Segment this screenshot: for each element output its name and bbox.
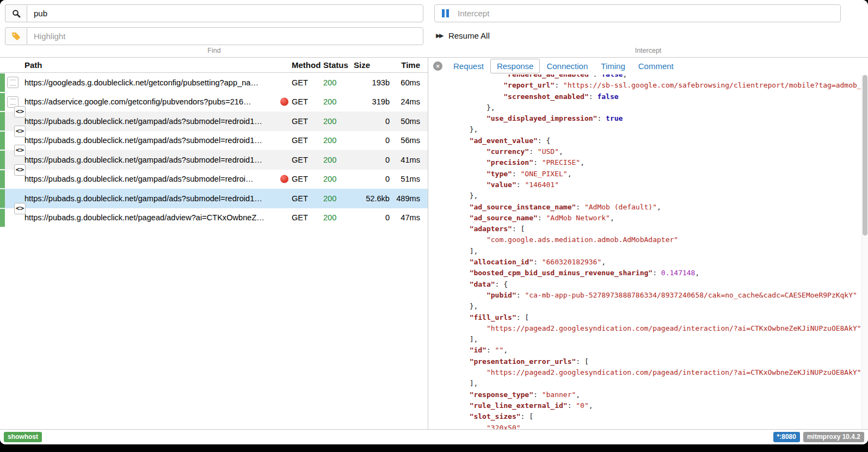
flow-size: 0 — [354, 136, 392, 145]
flow-method: GET — [292, 78, 323, 87]
json-line: "presentation_error_urls": [ — [435, 356, 861, 367]
column-header-method[interactable]: Method — [292, 60, 323, 70]
marked-flow-dot — [280, 98, 288, 106]
flow-marker-strip — [0, 170, 5, 189]
flow-marker-strip — [0, 189, 5, 208]
flow-marker-strip — [0, 151, 5, 169]
json-line: "rule_line_external_id": "0", — [435, 400, 861, 411]
tab-connection[interactable]: Connection — [540, 59, 594, 73]
flow-method: GET — [292, 213, 323, 222]
flow-row[interactable]: <>https://pubads.g.doubleclick.net/gampa… — [0, 150, 428, 170]
json-line: "pubid": "ca-mb-app-pub-5278973888786334… — [435, 290, 861, 301]
highlight-input[interactable] — [27, 27, 423, 45]
json-line: ], — [435, 334, 861, 345]
flow-size: 0 — [354, 213, 392, 222]
flow-size: 0 — [354, 117, 392, 126]
json-body: "rendered_ad_enabled": false, "report_ur… — [435, 75, 861, 429]
flow-size: 0 — [354, 175, 392, 183]
flow-marker-cell: <> — [0, 170, 23, 189]
flow-status: 200 — [323, 175, 354, 183]
flow-time: 41ms — [392, 156, 428, 164]
flow-method: GET — [292, 117, 323, 126]
flow-status: 200 — [323, 194, 354, 203]
json-line: "fill_urls": [ — [435, 312, 861, 323]
flow-row[interactable]: https://adservice.google.com/getconfig/p… — [0, 92, 428, 112]
json-line: "320x50" — [435, 423, 861, 430]
flow-status: 200 — [323, 213, 354, 222]
json-line: }, — [435, 301, 861, 312]
document-file-icon — [7, 77, 19, 88]
flow-size: 193b — [354, 78, 392, 87]
flow-size: 0 — [354, 156, 392, 164]
scrollbar[interactable] — [861, 75, 868, 429]
tab-comment[interactable]: Comment — [632, 59, 680, 73]
main-split: Path Method Status Size Time https://goo… — [0, 58, 868, 429]
flow-time: 489ms — [392, 194, 428, 203]
flow-status: 200 — [323, 78, 354, 87]
flow-row[interactable]: <>https://pubads.g.doubleclick.net/gampa… — [0, 131, 428, 151]
json-line: "id": "", — [435, 345, 861, 356]
code-file-icon: <> — [14, 145, 26, 156]
json-line: "com.google.ads.mediation.admob.AdMobAda… — [435, 234, 861, 245]
flow-method: GET — [292, 156, 323, 164]
flow-status: 200 — [323, 97, 354, 106]
flow-method: GET — [292, 194, 323, 203]
scrollbar-thumb[interactable] — [863, 75, 867, 236]
flow-path: https://pubads.g.doubleclick.net/gampad/… — [23, 175, 292, 183]
code-file-icon: <> — [14, 126, 26, 137]
json-line: "report_url": "https://sb-ssl.google.com… — [435, 80, 861, 91]
close-icon[interactable]: ✕ — [433, 61, 442, 71]
flow-time: 56ms — [392, 136, 428, 145]
json-line: ], — [435, 246, 861, 257]
highlight-group — [5, 27, 423, 45]
flow-path: https://googleads.g.doubleclick.net/getc… — [23, 78, 292, 87]
json-line: }, — [435, 190, 861, 201]
json-line: "precision": "PRECISE", — [435, 157, 861, 168]
flow-row[interactable]: <>https://pubads.g.doubleclick.net/pagea… — [0, 208, 428, 228]
column-header-time[interactable]: Time — [392, 60, 428, 70]
flow-time: 24ms — [392, 97, 428, 106]
flow-marker-strip — [0, 73, 5, 92]
flow-time: 47ms — [392, 213, 428, 222]
tag-icon — [5, 27, 27, 45]
flow-method: GET — [292, 97, 323, 106]
showhost-badge[interactable]: showhost — [4, 432, 42, 442]
column-header-size[interactable]: Size — [354, 60, 392, 70]
flow-method: GET — [292, 175, 323, 183]
flow-row[interactable]: <>https://pubads.g.doubleclick.net/gampa… — [0, 112, 428, 131]
status-bar: showhost *:8080 mitmproxy 10.4.2 — [0, 429, 868, 444]
flow-marker-strip — [0, 209, 5, 227]
response-body-view[interactable]: "rendered_ad_enabled": false, "report_ur… — [428, 75, 868, 429]
flow-marker-strip — [0, 132, 5, 150]
json-line: "ad_source_name": "AdMob Network", — [435, 213, 861, 224]
column-header-status[interactable]: Status — [323, 60, 354, 70]
search-input[interactable] — [27, 4, 423, 22]
tab-response[interactable]: Response — [490, 59, 540, 73]
fast-forward-icon: ▶▶ — [436, 33, 444, 39]
flow-row[interactable]: https://googleads.g.doubleclick.net/getc… — [0, 73, 428, 92]
flow-path: https://pubads.g.doubleclick.net/pagead/… — [23, 213, 292, 222]
tab-request[interactable]: Request — [447, 59, 490, 73]
flow-method: GET — [292, 136, 323, 145]
search-icon — [5, 4, 27, 22]
tab-timing[interactable]: Timing — [594, 59, 631, 73]
toolbar: Find ▶▶ Resume All Intercept — [0, 0, 868, 58]
json-line: "data": { — [435, 279, 861, 290]
json-line: "https://pagead2.googlesyndication.com/p… — [435, 367, 861, 378]
search-group — [5, 4, 423, 22]
find-caption: Find — [0, 47, 428, 54]
intercept-section: ▶▶ Resume All Intercept — [428, 0, 868, 57]
flow-table-header: Path Method Status Size Time — [0, 58, 428, 73]
json-line: "rendered_ad_enabled": false, — [435, 75, 861, 80]
json-line: "ad_source_instance_name": "AdMob (defau… — [435, 202, 861, 213]
flow-path: https://pubads.g.doubleclick.net/gampad/… — [23, 194, 292, 203]
flow-row[interactable]: <>https://pubads.g.doubleclick.net/gampa… — [0, 170, 428, 189]
json-line: "value": "146401" — [435, 179, 861, 190]
resume-all-button[interactable]: ▶▶ Resume All — [436, 31, 490, 40]
marked-flow-dot — [280, 175, 288, 183]
flow-row[interactable]: https://pubads.g.doubleclick.net/gampad/… — [0, 189, 428, 208]
flow-marker-cell — [0, 73, 23, 92]
json-line: "screenshot_enabled": false — [435, 91, 861, 102]
intercept-input[interactable] — [434, 4, 841, 22]
column-header-path[interactable]: Path — [23, 60, 292, 70]
